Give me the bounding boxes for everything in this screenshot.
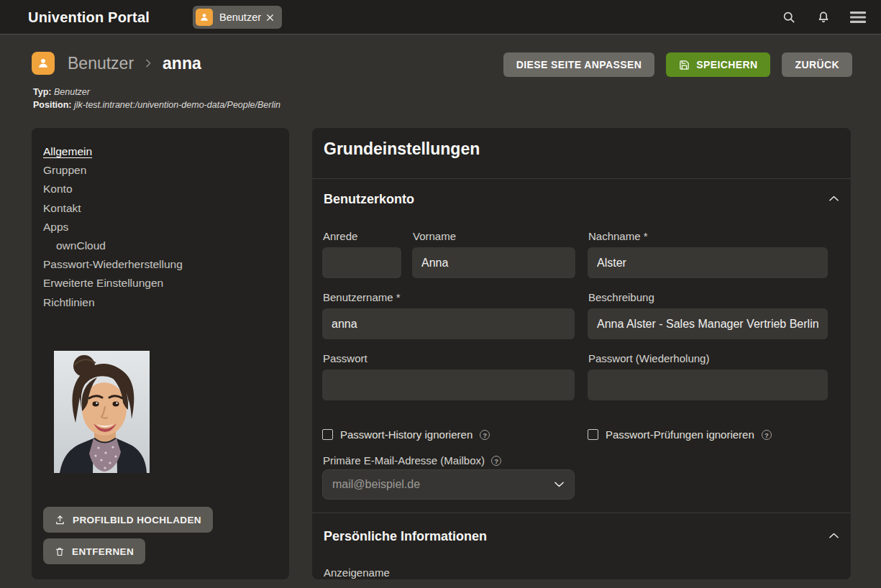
meta-typ: Typ: Benutzer: [33, 86, 280, 98]
divider: [312, 178, 851, 179]
meta-typ-value: Benutzer: [54, 87, 90, 97]
vorname-input[interactable]: [412, 247, 575, 278]
remove-button-label: ENTFERNEN: [72, 546, 134, 557]
search-icon[interactable]: [780, 9, 798, 26]
save-button[interactable]: SPEICHERN: [666, 52, 770, 77]
section-title-persoenliche-informationen[interactable]: Persönliche Informationen: [324, 529, 487, 544]
tab-label: Benutzer: [219, 12, 261, 23]
passwort-pruefungen-label: Passwort-Prüfungen ignorieren: [606, 428, 754, 441]
passwort-wiederholung-input[interactable]: [588, 369, 828, 400]
breadcrumb-module[interactable]: Benutzer: [68, 54, 134, 73]
sidebar-item-gruppen[interactable]: Gruppen: [43, 161, 278, 180]
anrede-input[interactable]: [322, 247, 401, 278]
passwort-pruefungen-checkbox[interactable]: [588, 429, 598, 440]
anzeigename-label: Anzeigename: [324, 566, 390, 579]
portal-title: Univention Portal: [28, 0, 150, 35]
object-meta: Typ: Benutzer Position: jlk-test.intrane…: [33, 86, 280, 111]
email-label: Primäre E-Mail-Adresse (Mailbox): [323, 454, 485, 467]
menu-hamburger-icon[interactable]: [849, 9, 867, 26]
passwort-history-checkbox[interactable]: [322, 429, 333, 440]
sidebar-item-erweiterte-einstellungen[interactable]: Erweiterte Einstellungen: [43, 274, 278, 293]
help-icon[interactable]: ?: [762, 430, 772, 440]
help-icon[interactable]: ?: [480, 430, 490, 440]
benutzername-label: Benutzername *: [323, 291, 401, 303]
breadcrumb-object: anna: [163, 54, 201, 73]
passwort-input[interactable]: [322, 369, 575, 400]
chevron-up-icon[interactable]: [828, 195, 839, 202]
nachname-label: Nachname *: [588, 230, 648, 242]
passwort-label: Passwort: [323, 352, 368, 364]
help-icon[interactable]: ?: [491, 456, 501, 466]
breadcrumb: Benutzer anna: [32, 52, 201, 75]
tab-benutzer[interactable]: Benutzer: [193, 6, 282, 29]
save-floppy-icon: [679, 60, 690, 70]
nachname-input[interactable]: [588, 247, 828, 278]
user-module-icon-large: [32, 52, 55, 75]
vorname-label: Vorname: [413, 230, 456, 242]
upload-icon: [55, 515, 65, 525]
meta-position-value: jlk-test.intranet:/univention-demo-data/…: [74, 100, 280, 110]
notifications-bell-icon[interactable]: [815, 9, 832, 26]
benutzername-input[interactable]: [322, 308, 575, 339]
sidebar-item-richtlinien[interactable]: Richtlinien: [43, 293, 278, 312]
trash-icon: [55, 546, 65, 557]
section-title-benutzerkonto[interactable]: Benutzerkonto: [324, 192, 414, 207]
passwort-history-checkbox-group: Passwort-History ignorieren ?: [322, 428, 490, 441]
sidebar-item-owncloud[interactable]: ownCloud: [43, 236, 278, 255]
save-button-label: SPEICHERN: [696, 59, 757, 70]
sidebar-item-apps[interactable]: Apps: [43, 218, 278, 236]
upload-button-label: PROFILBILD HOCHLADEN: [73, 515, 201, 525]
beschreibung-label: Beschreibung: [588, 291, 654, 303]
sidebar-item-passwort-wiederherstellung[interactable]: Passwort-Wiederherstellung: [43, 255, 278, 274]
customize-page-button[interactable]: DIESE SEITE ANPASSEN: [503, 52, 654, 77]
divider: [312, 513, 851, 513]
main-form-card: Grundeinstellungen Benutzerkonto Anrede …: [312, 128, 851, 579]
chevron-right-icon: [142, 58, 154, 69]
upload-profile-picture-button[interactable]: PROFILBILD HOCHLADEN: [43, 507, 213, 533]
header-button-group: DIESE SEITE ANPASSEN SPEICHERN ZURÜCK: [503, 52, 852, 77]
email-select-value: mail@beispiel.de: [332, 478, 554, 491]
sidebar-card: Allgemein Gruppen Konto Kontakt Apps own…: [32, 128, 289, 579]
beschreibung-input[interactable]: [588, 308, 828, 339]
section-nav: Allgemein Gruppen Konto Kontakt Apps own…: [32, 128, 289, 312]
sidebar-item-allgemein[interactable]: Allgemein: [43, 142, 278, 161]
tab-close-icon[interactable]: [265, 13, 275, 22]
meta-typ-label: Typ:: [33, 87, 51, 97]
back-button[interactable]: ZURÜCK: [782, 52, 852, 77]
chevron-down-icon: [554, 481, 565, 488]
profile-photo: [54, 351, 150, 473]
passwort-pruefungen-checkbox-group: Passwort-Prüfungen ignorieren ?: [588, 428, 772, 441]
page-header: Benutzer anna Typ: Benutzer Position: jl…: [0, 35, 881, 128]
anrede-label: Anrede: [323, 230, 357, 242]
sidebar-item-kontakt[interactable]: Kontakt: [43, 199, 278, 218]
user-module-icon: [196, 9, 213, 26]
meta-position-label: Position:: [33, 100, 71, 110]
email-label-row: Primäre E-Mail-Adresse (Mailbox) ?: [323, 454, 501, 467]
passwort-history-label: Passwort-History ignorieren: [340, 428, 473, 441]
topbar-icon-group: [780, 0, 867, 35]
meta-position: Position: jlk-test.intranet:/univention-…: [33, 98, 280, 111]
chevron-up-icon[interactable]: [828, 532, 839, 539]
remove-profile-picture-button[interactable]: ENTFERNEN: [43, 538, 145, 564]
passwort-wiederholung-label: Passwort (Wiederholung): [588, 352, 709, 364]
email-select[interactable]: mail@beispiel.de: [322, 469, 575, 500]
sidebar-item-konto[interactable]: Konto: [43, 180, 278, 198]
page-title: Grundeinstellungen: [324, 139, 480, 159]
topbar: Univention Portal Benutzer: [0, 0, 881, 35]
